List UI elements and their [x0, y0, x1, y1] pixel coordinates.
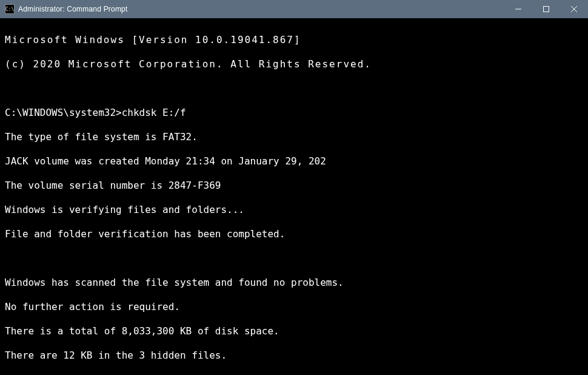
- output-line: No further action is required.: [5, 301, 583, 313]
- output-line: Windows has scanned the file system and …: [5, 277, 583, 289]
- svg-rect-1: [544, 7, 549, 12]
- output-line: Windows is verifying files and folders..…: [5, 204, 583, 216]
- minimize-icon: [515, 6, 521, 12]
- output-line: The type of file system is FAT32.: [5, 131, 583, 143]
- window-controls: [504, 0, 588, 18]
- output-line: There are 12 KB in the 3 hidden files.: [5, 350, 583, 362]
- maximize-icon: [543, 6, 549, 12]
- minimize-button[interactable]: [504, 0, 532, 18]
- prompt-line-1: C:\WINDOWS\system32>chkdsk E:/f: [5, 107, 583, 119]
- maximize-button[interactable]: [532, 0, 560, 18]
- titlebar: C:\ Administrator: Command Prompt: [0, 0, 588, 18]
- copyright-line: (c) 2020 Microsoft Corporation. All Righ…: [5, 58, 583, 70]
- os-version-line: Microsoft Windows [Version 10.0.19041.86…: [5, 34, 583, 46]
- output-line: The volume serial number is 2847-F369: [5, 180, 583, 192]
- prompt-prefix: C:\WINDOWS\system32>: [5, 107, 122, 118]
- close-button[interactable]: [560, 0, 588, 18]
- close-icon: [571, 6, 577, 12]
- output-line: JACK volume was created Monday 21:34 on …: [5, 155, 583, 167]
- terminal-output[interactable]: Microsoft Windows [Version 10.0.19041.86…: [0, 18, 588, 375]
- cmd-icon: C:\: [5, 4, 15, 14]
- prompt-command: chkdsk E:/f: [122, 107, 186, 118]
- window-title: Administrator: Command Prompt: [18, 5, 504, 13]
- blank-line: [5, 83, 583, 95]
- output-line: There is a total of 8,033,300 KB of disk…: [5, 325, 583, 337]
- output-line: File and folder verification has been co…: [5, 228, 583, 240]
- blank-line: [5, 252, 583, 265]
